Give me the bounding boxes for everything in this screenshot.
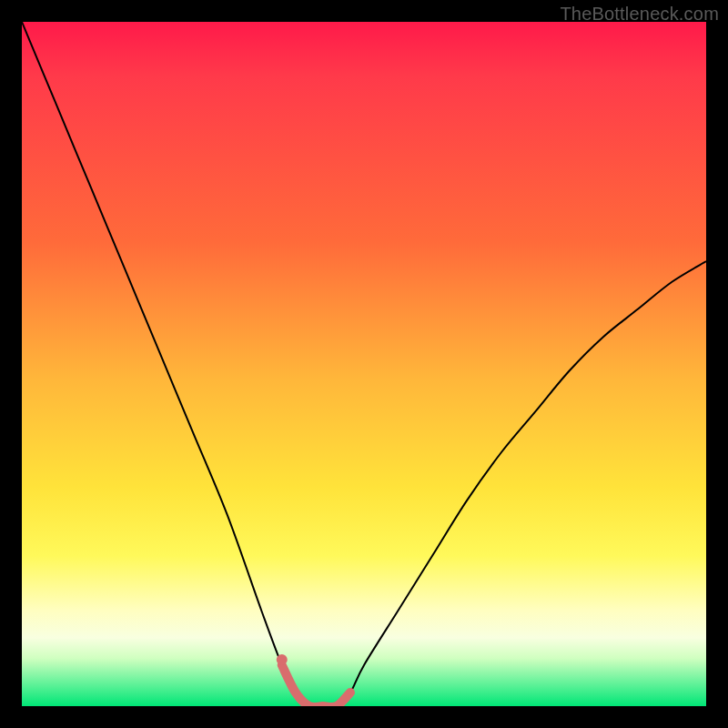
chart-frame [22,22,706,706]
accent-start-dot [277,654,288,665]
bottleneck-curve [22,22,706,706]
watermark-text: TheBottleneck.com [560,4,719,25]
accent-min-region [282,665,350,706]
chart-svg [22,22,706,706]
